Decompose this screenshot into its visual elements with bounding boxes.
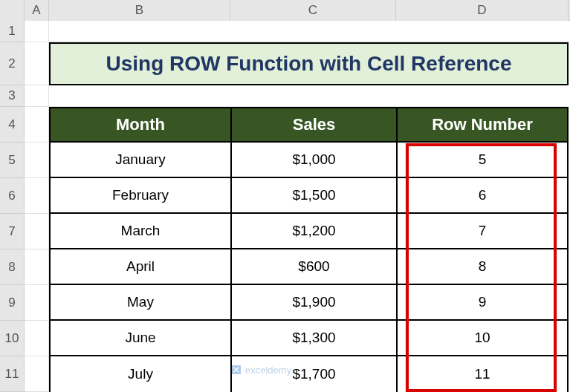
row-header-5[interactable]: 5 bbox=[0, 143, 25, 178]
page-title: Using ROW Function with Cell Reference bbox=[106, 52, 511, 76]
header-sales[interactable]: Sales bbox=[230, 107, 396, 143]
row-header-4[interactable]: 4 bbox=[0, 107, 25, 143]
cell-sales[interactable]: $1,900 bbox=[230, 285, 396, 321]
cell-rownum[interactable]: 9 bbox=[396, 285, 569, 321]
cell-month[interactable]: May bbox=[49, 285, 230, 321]
cell-rownum[interactable]: 8 bbox=[396, 249, 569, 285]
table-row: March $1,200 7 bbox=[49, 214, 569, 249]
row-header-3[interactable]: 3 bbox=[0, 85, 25, 107]
column-header-D[interactable]: D bbox=[396, 0, 569, 21]
cell-sales[interactable]: $600 bbox=[230, 249, 396, 285]
row-header-8[interactable]: 8 bbox=[0, 249, 25, 285]
cell-rownum[interactable]: 7 bbox=[396, 214, 569, 249]
cell-A6[interactable] bbox=[25, 178, 49, 214]
table-row: February $1,500 6 bbox=[49, 178, 569, 214]
cell-A7[interactable] bbox=[25, 214, 49, 249]
cell-sales[interactable]: $1,000 bbox=[230, 143, 396, 178]
row-header-9[interactable]: 9 bbox=[0, 285, 25, 321]
cell-month[interactable]: June bbox=[49, 321, 230, 356]
table-row: January $1,000 5 bbox=[49, 143, 569, 178]
row-header-11[interactable]: 11 bbox=[0, 356, 25, 392]
cell-month[interactable]: July bbox=[49, 356, 230, 392]
row-3-empty[interactable] bbox=[49, 85, 569, 107]
table-row: May $1,900 9 bbox=[49, 285, 569, 321]
row-1-empty[interactable] bbox=[49, 21, 569, 42]
row-header-6[interactable]: 6 bbox=[0, 178, 25, 214]
cell-rownum[interactable]: 6 bbox=[396, 178, 569, 214]
cell-sales[interactable]: $1,700 bbox=[230, 356, 396, 392]
table-row: April $600 8 bbox=[49, 249, 569, 285]
header-month[interactable]: Month bbox=[49, 107, 230, 143]
cell-month[interactable]: March bbox=[49, 214, 230, 249]
select-all-corner[interactable] bbox=[0, 0, 25, 21]
row-header-10[interactable]: 10 bbox=[0, 321, 25, 356]
header-rownum[interactable]: Row Number bbox=[396, 107, 569, 143]
cell-A10[interactable] bbox=[25, 321, 49, 356]
row-header-bar: 1 2 3 4 5 6 7 8 9 10 11 bbox=[0, 21, 25, 392]
row-header-2[interactable]: 2 bbox=[0, 42, 25, 85]
cell-rownum[interactable]: 10 bbox=[396, 321, 569, 356]
cell-A11[interactable] bbox=[25, 356, 49, 392]
column-header-bar: A B C D bbox=[0, 0, 570, 21]
row-header-1[interactable]: 1 bbox=[0, 21, 25, 42]
cell-rownum[interactable]: 5 bbox=[396, 143, 569, 178]
cell-rownum[interactable]: 11 bbox=[396, 356, 569, 392]
table-row: June $1,300 10 bbox=[49, 321, 569, 356]
cell-A9[interactable] bbox=[25, 285, 49, 321]
cell-month[interactable]: February bbox=[49, 178, 230, 214]
table-header-row: Month Sales Row Number bbox=[49, 107, 569, 143]
row-header-7[interactable]: 7 bbox=[0, 214, 25, 249]
content-area: Using ROW Function with Cell Reference M… bbox=[49, 21, 569, 392]
cell-month[interactable]: January bbox=[49, 143, 230, 178]
cell-A2[interactable] bbox=[25, 42, 49, 85]
cell-A4[interactable] bbox=[25, 107, 49, 143]
column-A-cells bbox=[25, 21, 49, 392]
table-row: July $1,700 11 bbox=[49, 356, 569, 392]
title-merged-cell[interactable]: Using ROW Function with Cell Reference bbox=[49, 42, 569, 85]
cell-month[interactable]: April bbox=[49, 249, 230, 285]
column-header-C[interactable]: C bbox=[230, 0, 396, 21]
cell-A3[interactable] bbox=[25, 85, 49, 107]
cell-A5[interactable] bbox=[25, 143, 49, 178]
cell-A8[interactable] bbox=[25, 249, 49, 285]
cell-sales[interactable]: $1,500 bbox=[230, 178, 396, 214]
spreadsheet: A B C D 1 2 3 4 5 6 7 8 9 10 11 Using RO… bbox=[0, 0, 570, 392]
cell-A1[interactable] bbox=[25, 21, 49, 42]
cell-sales[interactable]: $1,300 bbox=[230, 321, 396, 356]
cell-sales[interactable]: $1,200 bbox=[230, 214, 396, 249]
column-header-B[interactable]: B bbox=[49, 0, 230, 21]
column-header-A[interactable]: A bbox=[25, 0, 49, 21]
